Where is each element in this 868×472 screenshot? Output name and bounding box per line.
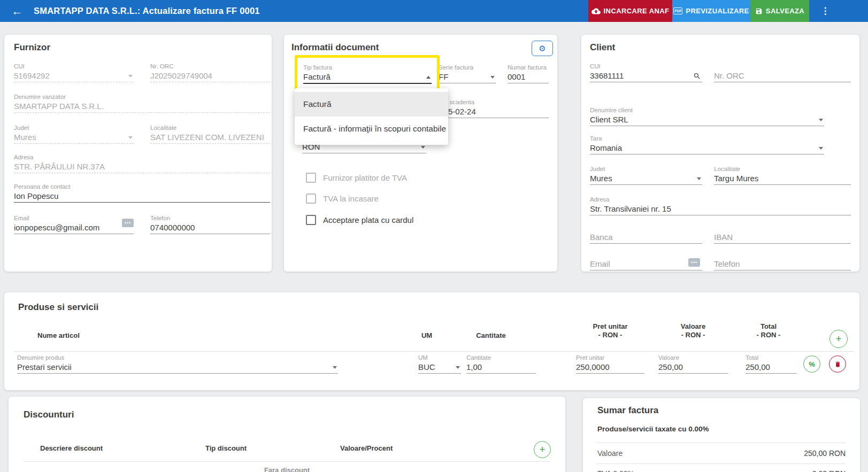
- back-button[interactable]: ←: [7, 0, 27, 22]
- furnizor-cui-field: CUI 51694292: [14, 63, 134, 82]
- search-icon[interactable]: [693, 72, 701, 80]
- chevron-down-icon: [421, 146, 425, 149]
- checkbox-icon: [306, 194, 316, 204]
- chevron-down-icon: [456, 366, 460, 369]
- product-delete-button[interactable]: [829, 355, 846, 373]
- header-divider: [14, 351, 854, 352]
- col-header-valoare-procent: Valoare/Procent: [340, 444, 393, 453]
- checkbox-furnizor-platitor-tva: Furnizor platitor de TVA: [306, 173, 407, 183]
- client-email-field[interactable]: Email: [590, 251, 702, 270]
- add-product-button[interactable]: +: [829, 330, 848, 348]
- sum-divider: [597, 463, 846, 464]
- col-header-pret-unitar: Pret unitar - RON -: [593, 322, 627, 339]
- data-scadenta-field[interactable]: Data scadenta 2025-02-24: [435, 99, 549, 118]
- furnizor-adresa-field: Adresa STR. PÂRÂULUI NR.37A: [14, 154, 270, 173]
- email-suggest-icon[interactable]: •••: [688, 258, 700, 267]
- furnizor-card: Furnizor CUI 51694292 Nr. ORC J202502974…: [4, 35, 272, 272]
- product-name-select[interactable]: Denumire produs Prestari servicii: [17, 354, 338, 374]
- percent-icon: %: [809, 360, 815, 368]
- produse-card: Produse si servicii Nume articol UM Cant…: [4, 292, 859, 390]
- chevron-down-icon: [128, 75, 133, 78]
- client-iban-field[interactable]: IBAN: [714, 225, 851, 244]
- sum-tva-label: TVA 0.00%: [597, 469, 634, 472]
- furnizor-judet-field: Judet Mures: [14, 125, 134, 144]
- product-pret-unitar-field[interactable]: Pret unitar 250,0000: [576, 354, 644, 374]
- client-judet-select[interactable]: Judet Mures: [590, 166, 702, 185]
- sumar-factura-card: Sumar factura Produse/servicii taxate cu…: [583, 398, 860, 472]
- furnizor-persoana-field[interactable]: Persoana de contact Ion Popescu: [14, 183, 270, 203]
- checkbox-icon: [306, 173, 316, 183]
- chevron-down-icon: [819, 147, 823, 150]
- sum-valoare-value: 250,00 RON: [804, 449, 846, 458]
- client-banca-field[interactable]: Banca: [590, 225, 702, 244]
- discounturi-card: Discounturi Descriere discount Tip disco…: [9, 397, 565, 472]
- chevron-down-icon: [333, 366, 337, 369]
- previzualizare-button[interactable]: PDF PREVIZUALIZARE: [672, 0, 750, 22]
- informatii-document-card: Informatii document ⚙ Tip factura Factur…: [284, 35, 557, 272]
- furnizor-email-field[interactable]: Email ionpopescu@gmail.com: [14, 215, 134, 234]
- sum-divider: [597, 443, 846, 443]
- trash-icon: [834, 361, 841, 368]
- dropdown-option-factura-contabile[interactable]: Factură - informaţii în scopuri contabil…: [295, 117, 448, 141]
- informatii-title: Informatii document: [291, 42, 379, 53]
- client-card: Client CUI 33681111 Nr. ORC Denumire cli…: [581, 35, 859, 272]
- furnizor-title: Furnizor: [14, 42, 50, 53]
- client-tara-select[interactable]: Tara Romania: [590, 135, 824, 154]
- cloud-upload-icon: [592, 7, 601, 15]
- kebab-icon: ⋮: [821, 5, 830, 17]
- furnizor-nrorc-field: Nr. ORC J2025029749004: [150, 63, 270, 82]
- add-discount-button[interactable]: +: [534, 441, 551, 458]
- client-adresa-field[interactable]: Adresa Str. Transilvaniei nr. 15: [590, 196, 851, 215]
- checkbox-acceptare-plata-card[interactable]: Acceptare plata cu cardul: [306, 215, 413, 225]
- chevron-down-icon: [697, 177, 701, 180]
- pdf-icon: PDF: [673, 7, 682, 14]
- sum-valoare-label: Valoare: [597, 449, 623, 458]
- client-denumire-select[interactable]: Denumire client Client SRL: [590, 107, 824, 126]
- col-header-tip-discount: Tip discount: [205, 444, 247, 453]
- client-telefon-field[interactable]: Telefon: [714, 251, 851, 270]
- col-header-um: UM: [421, 331, 432, 340]
- chevron-down-icon: [128, 136, 133, 139]
- client-nrorc-field[interactable]: Nr. ORC: [714, 63, 851, 82]
- plus-icon: +: [539, 444, 545, 454]
- more-menu-button[interactable]: ⋮: [815, 0, 836, 22]
- col-header-valoare: Valoare - RON -: [681, 322, 705, 339]
- product-um-select[interactable]: UM BUC: [418, 354, 461, 374]
- plus-icon: +: [835, 334, 841, 344]
- no-discount-note: Fara discount: [9, 466, 565, 472]
- product-discount-button[interactable]: %: [803, 355, 820, 373]
- furnizor-telefon-field[interactable]: Telefon 0740000000: [150, 215, 270, 234]
- tip-factura-dropdown-menu: Factură Factură - informaţii în scopuri …: [295, 88, 448, 145]
- product-total-field[interactable]: Total 250,00: [746, 354, 796, 374]
- client-cui-field[interactable]: CUI 33681111: [590, 63, 702, 82]
- sumar-title: Sumar factura: [597, 405, 658, 416]
- col-header-descriere-discount: Descriere discount: [40, 444, 103, 453]
- chevron-down-icon: [819, 119, 823, 121]
- sum-tva-value: 0,00 RON: [812, 469, 846, 472]
- dropdown-option-factura[interactable]: Factură: [295, 92, 448, 117]
- furnizor-denumire-field: Denumire vanzator SMARTAPP DATA S.R.L.: [14, 94, 270, 113]
- product-cantitate-field[interactable]: Cantitate 1,00: [466, 354, 536, 374]
- salveaza-button[interactable]: SALVEAZA: [750, 0, 809, 22]
- tax-group-label: Produse/servicii taxate cu 0.00%: [597, 425, 709, 433]
- discounturi-title: Discounturi: [24, 409, 74, 420]
- header-divider: [24, 461, 550, 462]
- document-settings-button[interactable]: ⚙: [532, 41, 553, 56]
- furnizor-localitate-field: Localitate SAT LIVEZENI COM. LIVEZENI: [150, 125, 270, 144]
- back-arrow-icon: ←: [12, 5, 23, 18]
- client-title: Client: [590, 42, 615, 53]
- gear-icon: ⚙: [539, 44, 546, 53]
- serie-factura-select[interactable]: Serie factura FF: [439, 64, 496, 83]
- page-title: SMARTAPP DATA S.R.L.: Actualizare factur…: [34, 0, 260, 22]
- col-header-total: Total - RON -: [757, 322, 781, 339]
- checkbox-icon: [306, 215, 316, 225]
- produse-title: Produse si servicii: [18, 302, 98, 313]
- col-header-cantitate: Cantitate: [476, 331, 506, 340]
- chevron-down-icon: [490, 76, 495, 79]
- incarcare-anaf-button[interactable]: INCARCARE ANAF: [588, 0, 672, 22]
- product-valoare-field[interactable]: Valoare 250,00: [658, 354, 728, 374]
- client-localitate-field[interactable]: Localitate Targu Mures: [714, 166, 851, 185]
- numar-factura-field[interactable]: Numar factura 0001: [508, 64, 549, 83]
- col-header-nume-articol: Nume articol: [37, 331, 80, 340]
- email-suggest-icon[interactable]: •••: [122, 219, 134, 227]
